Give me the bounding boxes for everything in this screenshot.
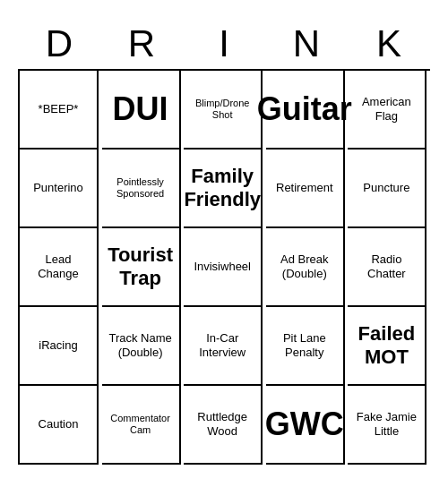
bingo-cell: DUI bbox=[102, 71, 181, 150]
bingo-cell: Fake Jamie Little bbox=[348, 386, 426, 465]
bingo-cell: In-Car Interview bbox=[184, 307, 263, 386]
bingo-cell: Guitar bbox=[266, 71, 345, 150]
bingo-cell: Punterino bbox=[20, 150, 99, 228]
bingo-cell: Pit Lane Penalty bbox=[266, 307, 345, 386]
bingo-card: D R I N K *BEEP*DUIBlimp/Drone ShotGuita… bbox=[9, 13, 439, 474]
bingo-cell: Blimp/Drone Shot bbox=[184, 71, 263, 150]
bingo-cell: Retirement bbox=[266, 150, 345, 228]
bingo-cell: Family Friendly bbox=[184, 150, 263, 228]
bingo-cell: Commentator Cam bbox=[102, 386, 181, 465]
title-k: K bbox=[349, 22, 428, 65]
bingo-cell: Puncture bbox=[348, 150, 426, 228]
bingo-grid: *BEEP*DUIBlimp/Drone ShotGuitarAmerican … bbox=[18, 69, 430, 465]
bingo-cell: Lead Change bbox=[20, 228, 99, 307]
bingo-title: D R I N K bbox=[18, 22, 430, 65]
bingo-cell: Failed MOT bbox=[348, 307, 426, 386]
bingo-cell: Caution bbox=[20, 386, 99, 465]
bingo-cell: Ad Break (Double) bbox=[266, 228, 345, 307]
title-i: I bbox=[185, 22, 263, 65]
bingo-cell: iRacing bbox=[20, 307, 99, 386]
bingo-cell: Radio Chatter bbox=[348, 228, 426, 307]
title-r: R bbox=[102, 22, 181, 65]
title-n: N bbox=[267, 22, 346, 65]
bingo-cell: *BEEP* bbox=[20, 71, 99, 150]
bingo-cell: Track Name (Double) bbox=[102, 307, 181, 386]
bingo-cell: American Flag bbox=[348, 71, 426, 150]
bingo-cell: Tourist Trap bbox=[102, 228, 181, 307]
bingo-cell: Invisiwheel bbox=[184, 228, 263, 307]
bingo-cell: GWC bbox=[266, 386, 345, 465]
bingo-cell: Pointlessly Sponsored bbox=[102, 150, 181, 228]
title-d: D bbox=[20, 22, 99, 65]
bingo-cell: Ruttledge Wood bbox=[184, 386, 263, 465]
